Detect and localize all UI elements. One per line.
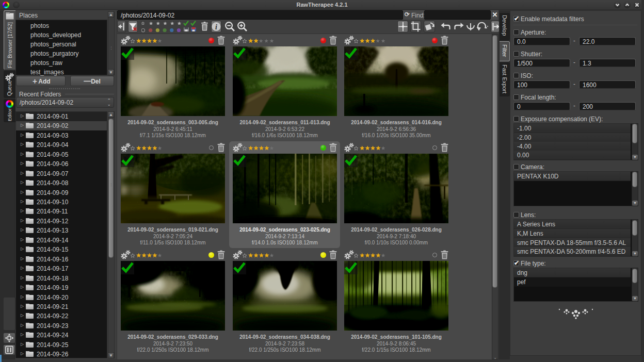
svg-text:i: i — [215, 23, 217, 31]
